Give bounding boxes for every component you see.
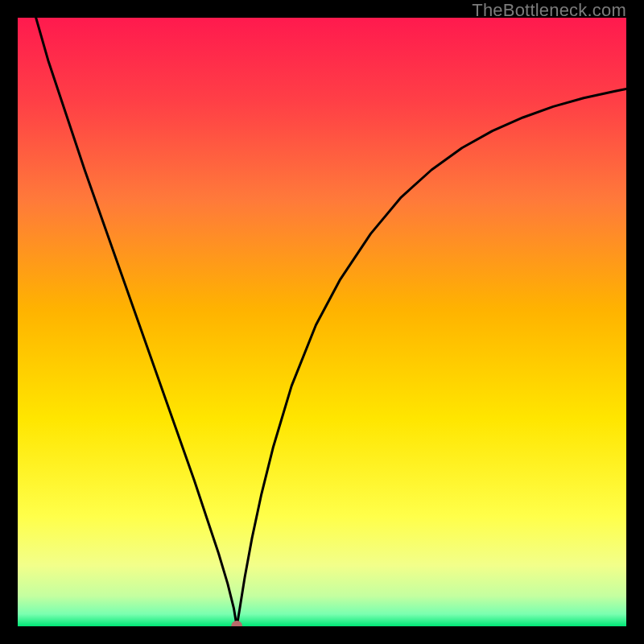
- plot-area: [18, 18, 626, 626]
- gradient-background: [18, 18, 626, 626]
- watermark-text: TheBottleneck.com: [472, 0, 626, 21]
- chart-frame: TheBottleneck.com: [0, 0, 644, 644]
- chart-svg: [18, 18, 626, 626]
